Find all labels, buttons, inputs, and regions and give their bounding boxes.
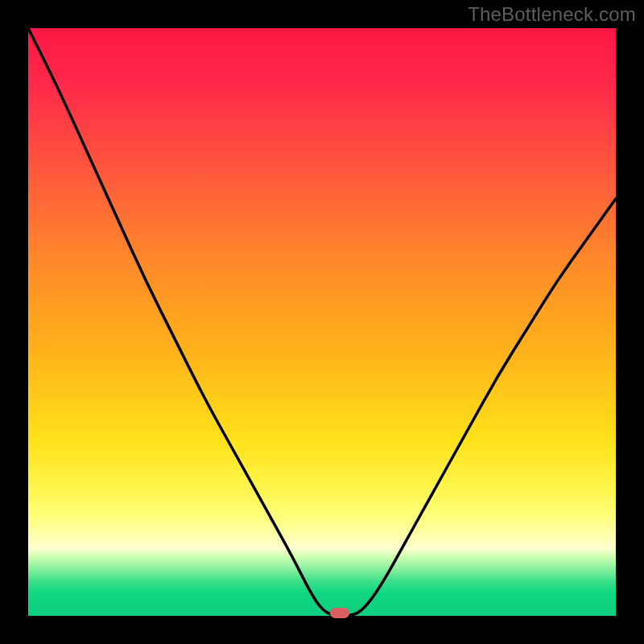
bottleneck-curve xyxy=(28,28,616,616)
optimum-marker xyxy=(330,608,349,618)
plot-area xyxy=(28,28,616,616)
chart-frame: TheBottleneck.com xyxy=(0,0,644,644)
watermark-text: TheBottleneck.com xyxy=(468,3,636,26)
